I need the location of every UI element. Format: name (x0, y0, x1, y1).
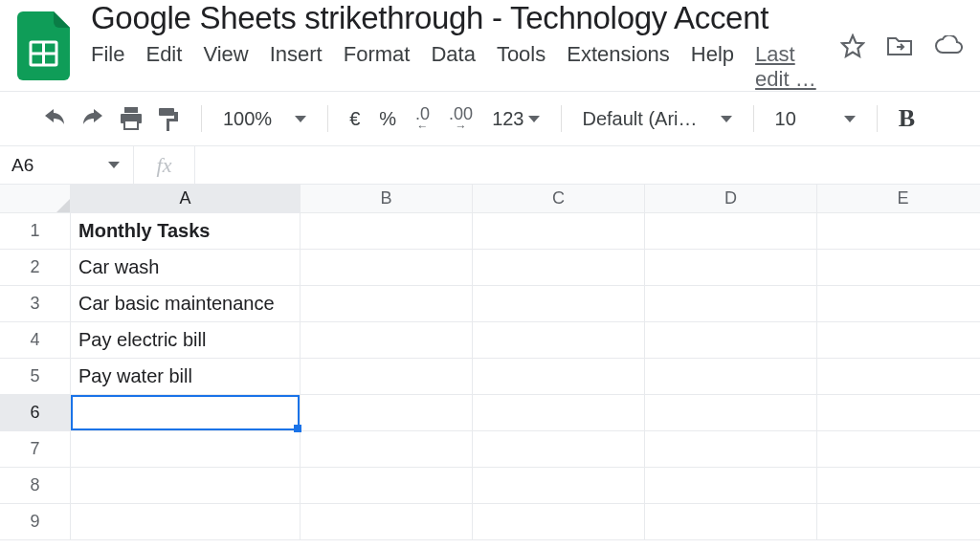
cell-A4[interactable]: Pay electric bill (71, 322, 301, 358)
name-box[interactable]: A6 (0, 146, 134, 184)
cell-D9[interactable] (645, 504, 817, 539)
cell-A6[interactable] (71, 395, 301, 430)
column-header-C[interactable]: C (473, 185, 645, 212)
menu-edit[interactable]: Edit (145, 42, 182, 92)
table-row (71, 468, 980, 504)
formula-bar: A6 fx (0, 146, 980, 185)
table-row: Pay water bill (71, 359, 980, 395)
row-header-7[interactable]: 7 (0, 431, 70, 468)
cell-B3[interactable] (301, 286, 473, 321)
decrease-decimal[interactable]: .0 ← (415, 105, 430, 132)
menu-file[interactable]: File (91, 42, 124, 92)
cell-C7[interactable] (473, 431, 645, 467)
cell-E3[interactable] (817, 286, 980, 321)
cell-B2[interactable] (301, 250, 473, 285)
table-row: Car wash (71, 250, 980, 286)
menu-tools[interactable]: Tools (497, 42, 546, 92)
menu-data[interactable]: Data (431, 42, 475, 92)
cell-E8[interactable] (817, 468, 980, 503)
cell-E7[interactable] (817, 431, 980, 467)
cell-C4[interactable] (473, 322, 645, 358)
cell-B1[interactable] (301, 213, 473, 249)
cell-B8[interactable] (301, 468, 473, 503)
svg-marker-3 (842, 35, 863, 56)
cell-B9[interactable] (301, 504, 473, 539)
document-title[interactable]: Google Sheets strikethrough - Technology… (91, 0, 827, 42)
cell-A9[interactable] (71, 504, 301, 539)
column-header-D[interactable]: D (645, 185, 817, 212)
cell-C9[interactable] (473, 504, 645, 539)
cell-D3[interactable] (645, 286, 817, 321)
format-currency[interactable]: € (349, 108, 360, 130)
paint-format-icon[interactable] (157, 106, 180, 131)
cell-A1[interactable]: Monthly Tasks (71, 213, 301, 249)
menu-insert[interactable]: Insert (270, 42, 323, 92)
cell-E5[interactable] (817, 359, 980, 394)
column-header-B[interactable]: B (301, 185, 473, 212)
cell-C5[interactable] (473, 359, 645, 394)
select-all-corner[interactable] (0, 185, 70, 213)
row-header-8[interactable]: 8 (0, 468, 70, 504)
name-box-value: A6 (11, 155, 33, 176)
row-header-9[interactable]: 9 (0, 504, 70, 540)
cell-B5[interactable] (301, 359, 473, 394)
increase-decimal[interactable]: .00 → (449, 105, 473, 132)
more-formats-dropdown[interactable]: 123 (492, 108, 539, 130)
print-icon[interactable] (119, 107, 144, 130)
redo-icon[interactable] (80, 109, 105, 128)
menu-extensions[interactable]: Extensions (567, 42, 670, 92)
row-header-3[interactable]: 3 (0, 286, 70, 322)
cell-A3[interactable]: Car basic maintenance (71, 286, 301, 321)
cell-D7[interactable] (645, 431, 817, 467)
cell-E6[interactable] (817, 395, 980, 430)
row-header-2[interactable]: 2 (0, 250, 70, 286)
table-row (71, 395, 980, 431)
column-header-A[interactable]: A (71, 185, 301, 212)
title-bar: Google Sheets strikethrough - Technology… (0, 0, 980, 91)
cell-C3[interactable] (473, 286, 645, 321)
menu-view[interactable]: View (203, 42, 248, 92)
font-family-dropdown[interactable]: Default (Ari… (583, 108, 732, 130)
font-size-dropdown[interactable]: 10 (775, 108, 856, 130)
cell-D2[interactable] (645, 250, 817, 285)
formula-input[interactable] (195, 146, 980, 184)
star-icon[interactable] (840, 33, 865, 58)
arrow-right-icon: → (456, 121, 467, 132)
row-header-6[interactable]: 6 (0, 395, 70, 431)
cell-B7[interactable] (301, 431, 473, 467)
cell-E4[interactable] (817, 322, 980, 358)
cell-A8[interactable] (71, 468, 301, 503)
cell-E1[interactable] (817, 213, 980, 249)
cell-C6[interactable] (473, 395, 645, 430)
cell-D6[interactable] (645, 395, 817, 430)
cell-D8[interactable] (645, 468, 817, 503)
row-header-5[interactable]: 5 (0, 359, 70, 395)
cell-D1[interactable] (645, 213, 817, 249)
move-to-folder-icon[interactable] (886, 34, 913, 57)
format-percent[interactable]: % (379, 108, 396, 130)
row-header-1[interactable]: 1 (0, 213, 70, 250)
menu-help[interactable]: Help (691, 42, 734, 92)
zoom-dropdown[interactable]: 100% (223, 108, 306, 130)
cell-C1[interactable] (473, 213, 645, 249)
undo-icon[interactable] (42, 109, 67, 128)
last-edit-link[interactable]: Last edit … (755, 42, 827, 92)
cell-C8[interactable] (473, 468, 645, 503)
cell-B6[interactable] (301, 395, 473, 430)
cell-C2[interactable] (473, 250, 645, 285)
cell-D5[interactable] (645, 359, 817, 394)
zoom-value: 100% (223, 108, 272, 130)
cell-E9[interactable] (817, 504, 980, 539)
row-header-4[interactable]: 4 (0, 322, 70, 359)
cell-E2[interactable] (817, 250, 980, 285)
cell-D4[interactable] (645, 322, 817, 358)
cell-A5[interactable]: Pay water bill (71, 359, 301, 394)
cell-A2[interactable]: Car wash (71, 250, 301, 285)
cell-A7[interactable] (71, 431, 301, 467)
bold-button[interactable]: B (899, 104, 915, 133)
cloud-status-icon[interactable] (934, 35, 963, 56)
cell-B4[interactable] (301, 322, 473, 358)
menu-format[interactable]: Format (344, 42, 411, 92)
column-header-E[interactable]: E (817, 185, 980, 212)
table-row (71, 504, 980, 540)
